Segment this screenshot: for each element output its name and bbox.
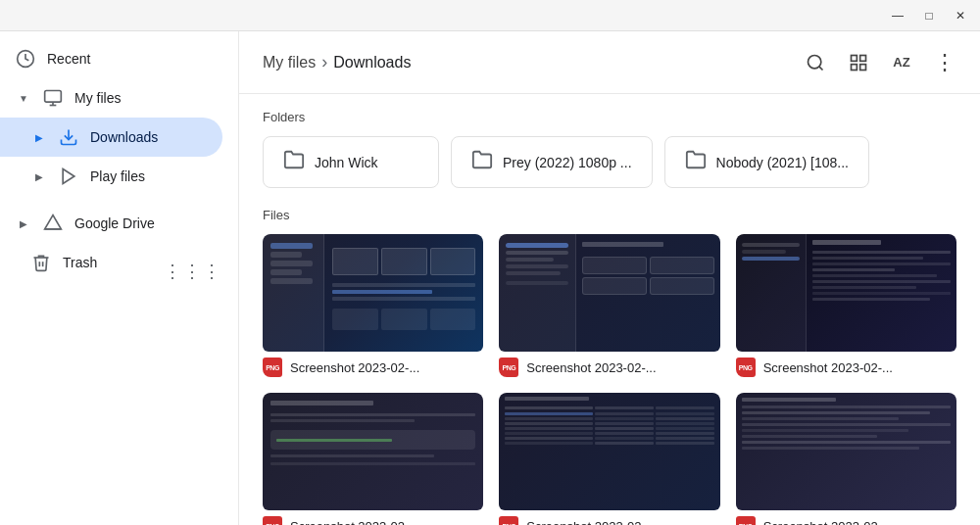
file-name-5: Screenshot 2023-02-... [526,519,656,526]
breadcrumb: My files › Downloads [263,52,788,72]
file-type-icon-1: PNG [263,358,282,377]
sidebar-item-downloads[interactable]: ▶ Downloads [0,118,222,157]
sidebar-item-playfiles[interactable]: ▶ Play files [0,157,238,196]
main-area: My files › Downloads AZ ⋮ [239,31,980,525]
file-name-3: Screenshot 2023-02-... [763,360,893,375]
files-grid: PNG Screenshot 2023-02-... [263,234,956,525]
file-card-1[interactable]: PNG Screenshot 2023-02-... [263,234,483,377]
sidebar-more-button[interactable]: ⋮⋮⋮ [164,261,222,282]
breadcrumb-parent[interactable]: My files [263,54,316,72]
file-card-2[interactable]: PNG Screenshot 2023-02-... [499,234,719,377]
file-card-3[interactable]: PNG Screenshot 2023-02-... [736,234,956,377]
file-info-3: PNG Screenshot 2023-02-... [736,352,956,377]
file-type-icon-3: PNG [736,358,756,377]
folder-card-nobody[interactable]: Nobody (2021) [108... [664,136,869,188]
breadcrumb-separator: › [321,52,327,72]
minimize-button[interactable]: — [886,4,909,27]
folder-card-prey[interactable]: Prey (2022) 1080p ... [451,136,653,188]
folder-name-nobody: Nobody (2021) [108... [716,155,849,170]
file-card-6[interactable]: PNG Screenshot 2023-02-... [736,393,956,525]
files-section-title: Files [263,208,956,222]
svg-point-6 [808,55,821,68]
computer-icon [43,88,63,108]
svg-rect-11 [860,64,866,70]
download-icon [59,127,78,147]
svg-rect-10 [852,64,858,70]
playfiles-expand-icon: ▶ [31,168,47,184]
file-name-4: Screenshot 2023-02-... [290,519,419,526]
folder-name-johnwick: John Wick [315,155,378,170]
sidebar-item-myfiles-label: My files [74,90,121,106]
file-info-1: PNG Screenshot 2023-02-... [263,352,483,377]
file-type-icon-2: PNG [499,358,518,377]
sidebar-item-googledrive-label: Google Drive [74,215,155,231]
file-card-4[interactable]: PNG Screenshot 2023-02-... [263,393,483,525]
sidebar-item-playfiles-label: Play files [90,168,145,184]
folder-card-johnwick[interactable]: John Wick [263,136,439,188]
file-info-4: PNG Screenshot 2023-02-... [263,510,483,525]
content-area: Folders John Wick Pr [239,94,980,525]
file-thumb-6 [736,393,956,510]
play-icon [59,167,78,186]
file-type-icon-4: PNG [263,516,282,525]
titlebar: — □ ✕ [0,0,980,31]
downloads-expand-icon: ▶ [31,129,47,145]
svg-rect-9 [860,55,866,61]
breadcrumb-current: Downloads [333,54,411,72]
folder-icon-3 [685,149,707,175]
file-thumb-1 [263,234,483,352]
googledrive-expand-icon: ▶ [16,215,31,231]
file-thumb-2 [499,234,719,352]
file-thumb-4 [263,393,483,510]
myfiles-expand-icon: ▼ [16,90,31,106]
file-name-1: Screenshot 2023-02-... [290,360,419,375]
more-options-button[interactable]: ⋮ [925,43,964,82]
sidebar-item-myfiles[interactable]: ▼ My files [0,78,238,118]
file-thumb-3 [736,234,956,352]
search-button[interactable] [796,43,835,82]
app-container: Recent ▼ My files ▶ Downloads ▶ [0,31,980,525]
sort-button[interactable]: AZ [882,43,921,82]
svg-line-7 [819,66,823,70]
file-info-6: PNG Screenshot 2023-02-... [736,510,956,525]
maximize-button[interactable]: □ [917,4,941,27]
file-card-5[interactable]: PNG Screenshot 2023-02-... [499,393,719,525]
clock-icon [16,49,35,69]
svg-rect-1 [45,91,62,103]
file-info-5: PNG Screenshot 2023-02-... [499,510,719,525]
drive-icon [43,214,63,233]
folders-grid: John Wick Prey (2022) 1080p ... [263,136,956,188]
sidebar-item-recent-label: Recent [47,51,90,67]
file-type-icon-5: PNG [499,516,518,525]
svg-rect-8 [852,55,858,61]
file-name-6: Screenshot 2023-02-... [763,519,893,526]
grid-view-button[interactable] [839,43,878,82]
sidebar-item-recent[interactable]: Recent [0,39,238,78]
folder-icon [283,149,305,175]
sidebar-item-googledrive[interactable]: ▶ Google Drive [0,204,238,243]
folders-section-title: Folders [263,110,956,124]
sidebar-item-trash-label: Trash [63,255,97,270]
sidebar: Recent ▼ My files ▶ Downloads ▶ [0,31,239,525]
file-thumb-5 [499,393,719,510]
file-info-2: PNG Screenshot 2023-02-... [499,352,719,377]
folder-icon-2 [471,149,493,175]
close-button[interactable]: ✕ [949,4,972,27]
trash-icon [31,253,51,272]
svg-marker-5 [63,169,74,184]
file-name-2: Screenshot 2023-02-... [526,360,656,375]
file-type-icon-6: PNG [736,516,756,525]
sidebar-item-downloads-label: Downloads [90,129,158,145]
folder-name-prey: Prey (2022) 1080p ... [503,155,632,170]
toolbar-actions: AZ ⋮ [796,43,964,82]
toolbar: My files › Downloads AZ ⋮ [239,31,980,94]
